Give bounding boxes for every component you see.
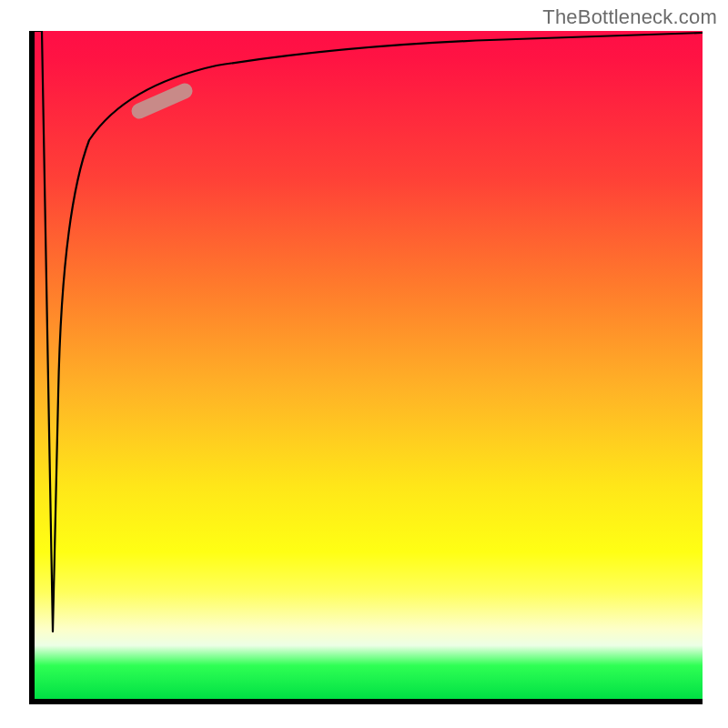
- highlight-marker: [139, 91, 185, 111]
- plot-area: [35, 31, 703, 699]
- bottleneck-curve: [35, 31, 703, 699]
- watermark-text: TheBottleneck.com: [542, 5, 717, 29]
- plot-frame: [29, 31, 703, 704]
- chart-root: TheBottleneck.com: [0, 0, 728, 728]
